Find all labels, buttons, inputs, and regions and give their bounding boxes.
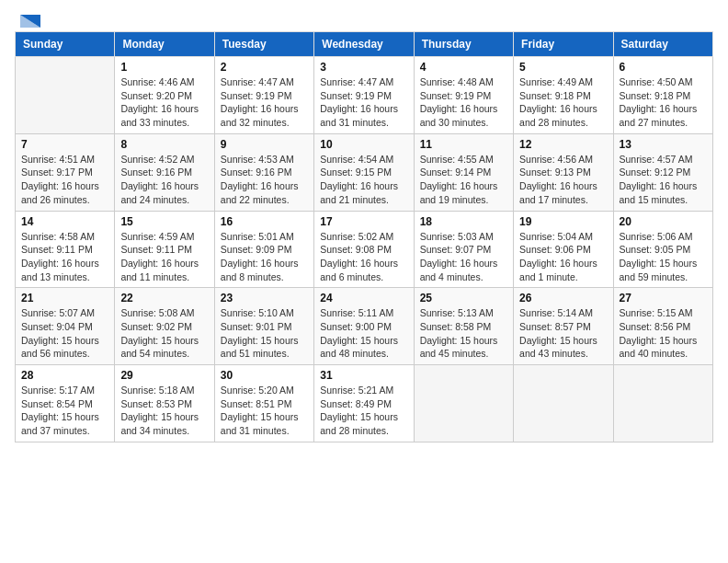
day-info: Sunrise: 4:57 AM Sunset: 9:12 PM Dayligh… (620, 153, 707, 207)
day-number: 23 (221, 292, 308, 304)
day-info: Sunrise: 5:04 AM Sunset: 9:06 PM Dayligh… (519, 230, 607, 284)
calendar-cell: 17Sunrise: 5:02 AM Sunset: 9:08 PM Dayli… (314, 211, 414, 288)
calendar-cell: 22Sunrise: 5:08 AM Sunset: 9:02 PM Dayli… (115, 288, 214, 365)
calendar-cell: 28Sunrise: 5:17 AM Sunset: 8:54 PM Dayli… (16, 365, 115, 442)
calendar-cell: 21Sunrise: 5:07 AM Sunset: 9:04 PM Dayli… (16, 288, 115, 365)
day-number: 31 (320, 369, 407, 382)
day-number: 30 (221, 369, 308, 382)
week-row-5: 28Sunrise: 5:17 AM Sunset: 8:54 PM Dayli… (16, 365, 713, 442)
day-info: Sunrise: 5:11 AM Sunset: 9:00 PM Dayligh… (320, 306, 407, 361)
day-number: 1 (120, 61, 208, 74)
day-info: Sunrise: 4:51 AM Sunset: 9:17 PM Dayligh… (21, 153, 108, 207)
day-number: 24 (320, 292, 407, 304)
day-number: 26 (519, 292, 607, 304)
day-info: Sunrise: 5:14 AM Sunset: 8:57 PM Dayligh… (519, 306, 607, 361)
week-row-4: 21Sunrise: 5:07 AM Sunset: 9:04 PM Dayli… (16, 288, 713, 365)
day-info: Sunrise: 5:17 AM Sunset: 8:54 PM Dayligh… (21, 384, 108, 438)
calendar-cell: 24Sunrise: 5:11 AM Sunset: 9:00 PM Dayli… (314, 288, 414, 365)
day-header-sunday: Sunday (16, 32, 115, 57)
calendar-cell: 8Sunrise: 4:52 AM Sunset: 9:16 PM Daylig… (115, 133, 214, 211)
day-info: Sunrise: 5:07 AM Sunset: 9:04 PM Dayligh… (21, 306, 108, 361)
day-info: Sunrise: 5:10 AM Sunset: 9:01 PM Dayligh… (221, 306, 308, 361)
calendar-cell: 5Sunrise: 4:49 AM Sunset: 9:18 PM Daylig… (514, 57, 613, 134)
calendar-cell: 6Sunrise: 4:50 AM Sunset: 9:18 PM Daylig… (613, 57, 712, 134)
day-number: 25 (420, 292, 507, 304)
day-info: Sunrise: 4:59 AM Sunset: 9:11 PM Dayligh… (120, 230, 208, 284)
day-header-friday: Friday (514, 32, 613, 57)
calendar-cell: 20Sunrise: 5:06 AM Sunset: 9:05 PM Dayli… (613, 211, 712, 288)
day-number: 3 (320, 61, 407, 74)
day-info: Sunrise: 4:46 AM Sunset: 9:20 PM Dayligh… (120, 75, 208, 130)
calendar-cell: 19Sunrise: 5:04 AM Sunset: 9:06 PM Dayli… (514, 211, 613, 288)
calendar-cell: 1Sunrise: 4:46 AM Sunset: 9:20 PM Daylig… (115, 57, 214, 134)
calendar-cell: 18Sunrise: 5:03 AM Sunset: 9:07 PM Dayli… (414, 211, 513, 288)
day-info: Sunrise: 5:01 AM Sunset: 9:09 PM Dayligh… (221, 230, 308, 284)
calendar-cell: 29Sunrise: 5:18 AM Sunset: 8:53 PM Dayli… (115, 365, 214, 442)
day-header-saturday: Saturday (613, 32, 712, 57)
day-info: Sunrise: 4:53 AM Sunset: 9:16 PM Dayligh… (221, 153, 308, 207)
calendar-cell: 16Sunrise: 5:01 AM Sunset: 9:09 PM Dayli… (214, 211, 313, 288)
day-number: 29 (120, 369, 208, 382)
calendar-cell: 4Sunrise: 4:48 AM Sunset: 9:19 PM Daylig… (414, 57, 513, 134)
calendar-cell: 13Sunrise: 4:57 AM Sunset: 9:12 PM Dayli… (613, 133, 712, 211)
day-info: Sunrise: 5:02 AM Sunset: 9:08 PM Dayligh… (320, 230, 407, 284)
day-header-tuesday: Tuesday (214, 32, 313, 57)
day-number: 20 (620, 215, 707, 228)
day-number: 9 (221, 138, 308, 151)
day-info: Sunrise: 4:50 AM Sunset: 9:18 PM Dayligh… (620, 75, 707, 130)
day-info: Sunrise: 4:56 AM Sunset: 9:13 PM Dayligh… (519, 153, 607, 207)
calendar-cell: 31Sunrise: 5:21 AM Sunset: 8:49 PM Dayli… (314, 365, 414, 442)
day-header-thursday: Thursday (414, 32, 513, 57)
day-info: Sunrise: 5:03 AM Sunset: 9:07 PM Dayligh… (420, 230, 507, 284)
day-number: 6 (620, 61, 707, 74)
calendar-cell: 23Sunrise: 5:10 AM Sunset: 9:01 PM Dayli… (214, 288, 313, 365)
day-number: 2 (221, 61, 308, 74)
day-info: Sunrise: 4:55 AM Sunset: 9:14 PM Dayligh… (420, 153, 507, 207)
day-number: 11 (420, 138, 507, 151)
day-number: 17 (320, 215, 407, 228)
calendar-table: SundayMondayTuesdayWednesdayThursdayFrid… (15, 31, 713, 442)
day-number: 18 (420, 215, 507, 228)
day-number: 5 (519, 61, 607, 74)
day-info: Sunrise: 5:18 AM Sunset: 8:53 PM Dayligh… (120, 384, 208, 438)
day-info: Sunrise: 5:06 AM Sunset: 9:05 PM Dayligh… (620, 230, 707, 284)
calendar-cell: 7Sunrise: 4:51 AM Sunset: 9:17 PM Daylig… (16, 133, 115, 211)
day-number: 16 (221, 215, 308, 228)
calendar-cell: 3Sunrise: 4:47 AM Sunset: 9:19 PM Daylig… (314, 57, 414, 134)
day-info: Sunrise: 4:48 AM Sunset: 9:19 PM Dayligh… (420, 75, 507, 130)
calendar-cell (16, 57, 115, 134)
header-row: SundayMondayTuesdayWednesdayThursdayFrid… (16, 32, 713, 57)
day-number: 28 (21, 369, 108, 382)
day-info: Sunrise: 5:08 AM Sunset: 9:02 PM Dayligh… (120, 306, 208, 361)
day-info: Sunrise: 4:47 AM Sunset: 9:19 PM Dayligh… (221, 75, 308, 130)
day-number: 15 (120, 215, 208, 228)
day-header-wednesday: Wednesday (314, 32, 414, 57)
day-info: Sunrise: 4:49 AM Sunset: 9:18 PM Dayligh… (519, 75, 607, 130)
day-info: Sunrise: 4:58 AM Sunset: 9:11 PM Dayligh… (21, 230, 108, 284)
day-info: Sunrise: 4:47 AM Sunset: 9:19 PM Dayligh… (320, 75, 407, 130)
calendar-cell: 2Sunrise: 4:47 AM Sunset: 9:19 PM Daylig… (214, 57, 313, 134)
day-info: Sunrise: 4:52 AM Sunset: 9:16 PM Dayligh… (120, 153, 208, 207)
day-number: 13 (620, 138, 707, 151)
calendar-cell: 9Sunrise: 4:53 AM Sunset: 9:16 PM Daylig… (214, 133, 313, 211)
day-info: Sunrise: 5:13 AM Sunset: 8:58 PM Dayligh… (420, 306, 507, 361)
day-number: 4 (420, 61, 507, 74)
day-number: 21 (21, 292, 108, 304)
week-row-3: 14Sunrise: 4:58 AM Sunset: 9:11 PM Dayli… (16, 211, 713, 288)
calendar-cell: 10Sunrise: 4:54 AM Sunset: 9:15 PM Dayli… (314, 133, 414, 211)
calendar-cell: 14Sunrise: 4:58 AM Sunset: 9:11 PM Dayli… (16, 211, 115, 288)
day-info: Sunrise: 5:20 AM Sunset: 8:51 PM Dayligh… (221, 384, 308, 438)
week-row-2: 7Sunrise: 4:51 AM Sunset: 9:17 PM Daylig… (16, 133, 713, 211)
day-number: 19 (519, 215, 607, 228)
logo-flag-icon (20, 15, 40, 28)
day-info: Sunrise: 4:54 AM Sunset: 9:15 PM Dayligh… (320, 153, 407, 207)
calendar-cell: 15Sunrise: 4:59 AM Sunset: 9:11 PM Dayli… (115, 211, 214, 288)
calendar-cell: 27Sunrise: 5:15 AM Sunset: 8:56 PM Dayli… (613, 288, 712, 365)
day-info: Sunrise: 5:21 AM Sunset: 8:49 PM Dayligh… (320, 384, 407, 438)
calendar-cell: 30Sunrise: 5:20 AM Sunset: 8:51 PM Dayli… (214, 365, 313, 442)
calendar-cell (414, 365, 513, 442)
logo (15, 15, 40, 28)
calendar-cell (514, 365, 613, 442)
day-number: 12 (519, 138, 607, 151)
day-number: 8 (120, 138, 208, 151)
